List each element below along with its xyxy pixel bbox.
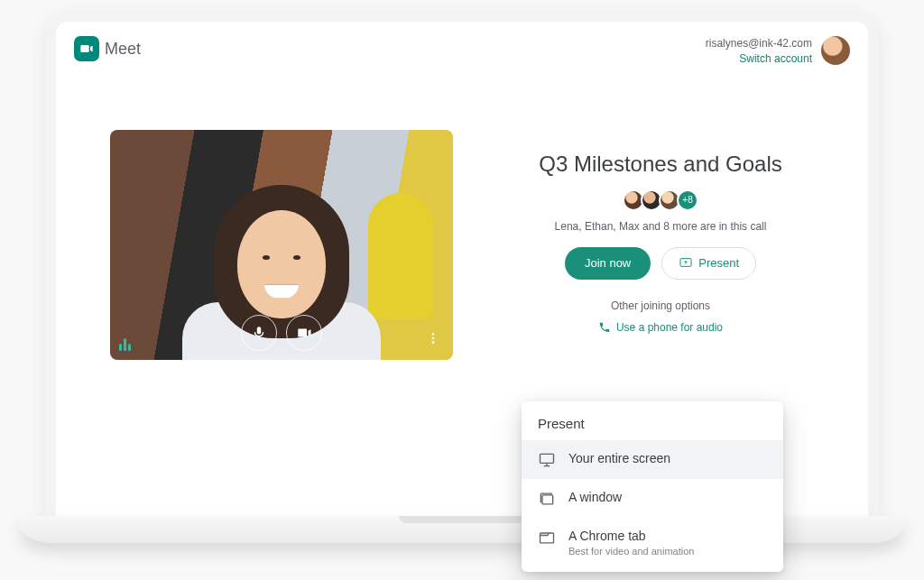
present-option-chrome-tab[interactable]: A Chrome tab Best for video and animatio… [522, 518, 783, 566]
present-option-label: A Chrome tab [568, 528, 694, 544]
monitor-icon [538, 451, 556, 469]
svg-rect-6 [541, 533, 554, 543]
camera-toggle-button[interactable] [286, 315, 322, 351]
window-icon [538, 490, 556, 508]
meet-logo-icon [74, 36, 99, 61]
main-content: Q3 Milestones and Goals +8 Lena, Ethan, … [56, 67, 868, 360]
present-option-sublabel: Best for video and animation [568, 546, 694, 557]
join-now-button[interactable]: Join now [565, 247, 651, 280]
mic-toggle-button[interactable] [241, 315, 277, 351]
participants-text: Lena, Ethan, Max and 8 more are in this … [489, 220, 832, 233]
tab-icon [538, 529, 556, 547]
account-email: risalynes@ink-42.com [706, 36, 812, 51]
brand: Meet [74, 36, 141, 61]
svg-point-1 [432, 336, 435, 339]
participants-overflow-badge[interactable]: +8 [677, 189, 698, 211]
svg-rect-4 [541, 454, 554, 463]
action-buttons: Join now Present [489, 247, 832, 280]
present-option-entire-screen[interactable]: Your entire screen [522, 440, 783, 479]
svg-point-2 [432, 341, 435, 344]
present-menu-title: Present [522, 410, 783, 440]
video-controls [241, 315, 322, 351]
use-phone-link[interactable]: Use a phone for audio [598, 321, 723, 334]
more-options-button[interactable] [420, 326, 446, 351]
meeting-title: Q3 Milestones and Goals [489, 152, 832, 177]
switch-account-link[interactable]: Switch account [706, 51, 812, 67]
present-button-label: Present [698, 256, 739, 270]
present-option-label: A window [568, 489, 622, 505]
background-lamp [368, 193, 433, 319]
account-avatar[interactable] [821, 36, 850, 65]
participants-avatars: +8 [489, 189, 832, 211]
svg-rect-5 [542, 495, 553, 504]
header: Meet risalynes@ink-42.com Switch account [56, 22, 868, 67]
svg-point-0 [432, 333, 435, 336]
present-menu-popup: Present Your entire screen A window A Ch… [522, 401, 783, 572]
present-button[interactable]: Present [661, 247, 756, 280]
use-phone-label: Use a phone for audio [616, 321, 723, 334]
present-option-label: Your entire screen [568, 450, 670, 466]
present-icon [679, 256, 693, 271]
other-options-label: Other joining options [489, 299, 832, 312]
brand-name: Meet [105, 40, 141, 59]
phone-icon [598, 321, 611, 334]
self-video-preview [110, 130, 453, 360]
audio-level-icon [119, 338, 131, 351]
present-option-window[interactable]: A window [522, 479, 783, 518]
account-area: risalynes@ink-42.com Switch account [706, 36, 850, 67]
meeting-info-panel: Q3 Milestones and Goals +8 Lena, Ethan, … [489, 130, 832, 360]
